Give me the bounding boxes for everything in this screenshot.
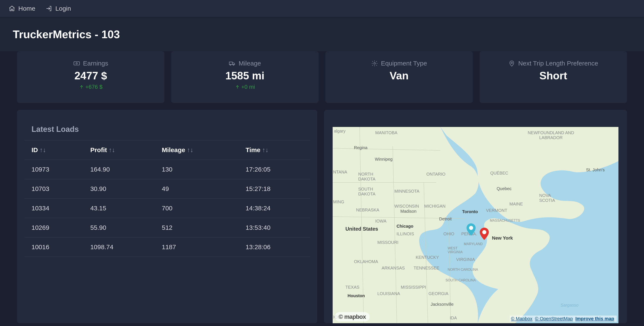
svg-rect-0 — [74, 62, 80, 65]
card-mileage-delta: +0 mi — [235, 84, 255, 90]
map-panel: algary MANITOBA NEWFOUNDLAND AND LABRADO… — [324, 110, 627, 323]
sort-icon: ↑↓ — [40, 146, 46, 154]
col-profit[interactable]: Profit↑↓ — [83, 140, 154, 160]
card-earnings-label: Earnings — [83, 60, 108, 67]
svg-point-7 — [469, 226, 473, 230]
card-earnings-value: 2477 $ — [74, 70, 107, 82]
nav-home-label: Home — [18, 5, 35, 12]
table-row[interactable]: 1033443.1570014:38:24 — [24, 199, 310, 218]
svg-point-8 — [482, 230, 486, 234]
card-equipment-label: Equipment Type — [381, 60, 427, 67]
truck-icon — [229, 60, 236, 67]
card-earnings: Earnings 2477 $ +676 $ — [17, 51, 164, 103]
top-nav: Home Login — [0, 0, 644, 17]
card-earnings-delta: +676 $ — [79, 84, 102, 90]
card-trip-pref-value: Short — [540, 70, 567, 82]
card-trip-pref: Next Trip Length Preference Short — [480, 51, 627, 103]
card-trip-pref-label: Next Trip Length Preference — [518, 60, 598, 67]
summary-cards: Earnings 2477 $ +676 $ Mileage 1585 mi +… — [17, 51, 627, 103]
money-icon — [73, 60, 80, 67]
loads-table: ID↑↓ Profit↑↓ Mileage↑↓ Time↑↓ 10973164.… — [24, 140, 310, 257]
svg-point-2 — [230, 64, 231, 65]
card-mileage-label: Mileage — [238, 60, 261, 67]
page-header: TruckerMetrics - 103 — [0, 17, 644, 51]
col-mileage[interactable]: Mileage↑↓ — [154, 140, 238, 160]
svg-point-5 — [511, 62, 512, 64]
mapbox-logo[interactable]: © mapbox — [335, 312, 370, 321]
table-row[interactable]: 10973164.9013017:26:05 — [24, 160, 310, 179]
svg-point-3 — [233, 64, 234, 65]
nav-login-label: Login — [55, 5, 71, 12]
location-icon — [508, 60, 515, 67]
latest-loads-title: Latest Loads — [24, 125, 310, 134]
nav-home[interactable]: Home — [8, 5, 35, 12]
gear-icon — [371, 60, 378, 67]
sort-icon: ↑↓ — [108, 146, 115, 154]
table-row[interactable]: 1070330.904915:27:18 — [24, 179, 310, 199]
card-equipment: Equipment Type Van — [326, 51, 473, 103]
arrow-up-icon — [79, 84, 84, 90]
arrow-up-icon — [235, 84, 240, 90]
sort-icon: ↑↓ — [187, 146, 193, 154]
col-time[interactable]: Time↑↓ — [238, 140, 310, 160]
svg-point-1 — [76, 63, 77, 64]
nav-login[interactable]: Login — [46, 5, 71, 12]
table-row[interactable]: 1026955.9051213:53:40 — [24, 218, 310, 237]
map-pin-destination[interactable] — [479, 228, 490, 240]
card-equipment-value: Van — [390, 70, 409, 82]
login-icon — [46, 5, 52, 12]
home-icon — [8, 5, 15, 12]
card-mileage-value: 1585 mi — [225, 70, 264, 82]
map-attribution[interactable]: © Mapbox © OpenStreetMap Improve this ma… — [510, 315, 617, 322]
svg-point-4 — [374, 63, 376, 64]
col-id[interactable]: ID↑↓ — [24, 140, 83, 160]
sort-icon: ↑↓ — [262, 146, 268, 154]
card-mileage: Mileage 1585 mi +0 mi — [171, 51, 318, 103]
table-row[interactable]: 100161098.74118713:28:06 — [24, 237, 310, 257]
page-title: TruckerMetrics - 103 — [13, 28, 120, 41]
latest-loads-panel: Latest Loads ID↑↓ Profit↑↓ Mileage↑↓ Tim… — [17, 110, 317, 323]
map-pin-origin[interactable] — [466, 223, 476, 236]
map-canvas[interactable]: algary MANITOBA NEWFOUNDLAND AND LABRADO… — [333, 127, 618, 323]
